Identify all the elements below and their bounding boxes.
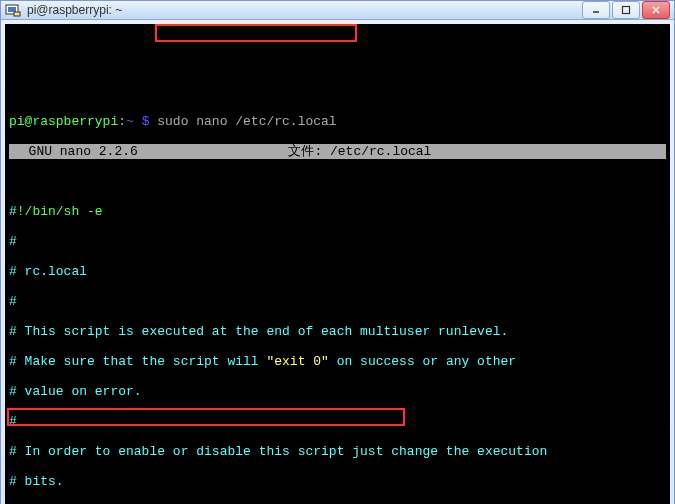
nano-file: 文件: /etc/rc.local <box>138 144 582 159</box>
highlight-box-command <box>155 24 357 42</box>
shebang-hash: # <box>9 204 17 219</box>
comment: on success or any other <box>329 354 516 369</box>
nano-header: GNU nano 2.2.6文件: /etc/rc.local <box>9 144 666 159</box>
minimize-button[interactable] <box>582 1 610 19</box>
comment: # rc.local <box>9 264 87 279</box>
terminal-frame: pi@raspberrypi:~ $ sudo nano /etc/rc.loc… <box>1 20 674 504</box>
close-button[interactable] <box>642 1 670 19</box>
window-title: pi@raspberrypi: ~ <box>27 3 582 17</box>
maximize-button[interactable] <box>612 1 640 19</box>
titlebar-buttons <box>582 1 670 19</box>
prompt-userhost: pi@raspberrypi <box>9 114 118 129</box>
prompt-path: ~ $ <box>126 114 149 129</box>
comment: # bits. <box>9 474 64 489</box>
putty-icon <box>5 2 21 18</box>
nano-version: GNU nano 2.2.6 <box>13 144 138 159</box>
prompt-colon: : <box>118 114 126 129</box>
prompt-command: sudo nano /etc/rc.local <box>149 114 336 129</box>
svg-rect-1 <box>8 7 16 12</box>
comment: # <box>9 294 17 309</box>
comment: # <box>9 414 17 429</box>
comment: # value on error. <box>9 384 142 399</box>
comment: # This script is executed at the end of … <box>9 324 508 339</box>
svg-rect-2 <box>14 12 20 16</box>
titlebar[interactable]: pi@raspberrypi: ~ <box>1 1 674 20</box>
window-frame: pi@raspberrypi: ~ pi@raspberrypi:~ $ sud… <box>0 0 675 504</box>
terminal-content: pi@raspberrypi:~ $ sudo nano /etc/rc.loc… <box>5 99 670 504</box>
terminal[interactable]: pi@raspberrypi:~ $ sudo nano /etc/rc.loc… <box>5 24 670 504</box>
shebang: !/bin/sh -e <box>17 204 103 219</box>
comment: # <box>9 234 17 249</box>
comment: # Make sure that the script will <box>9 354 266 369</box>
comment: # In order to enable or disable this scr… <box>9 444 547 459</box>
svg-rect-4 <box>623 7 630 14</box>
comment-str: "exit 0" <box>266 354 328 369</box>
